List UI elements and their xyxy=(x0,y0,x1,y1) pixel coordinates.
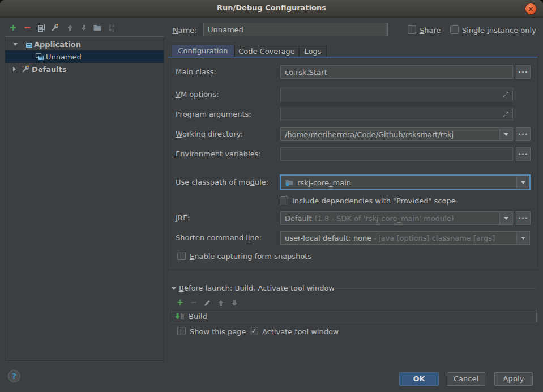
before-launch-add-button[interactable]: + xyxy=(176,299,185,308)
before-launch-move-down-button[interactable] xyxy=(230,299,239,308)
working-directory-combobox[interactable]: /home/meriherrera/Code/Github/rsksmart/r… xyxy=(280,127,513,141)
tree-item-unnamed[interactable]: Unnamed xyxy=(5,50,164,63)
tab-label: Logs xyxy=(305,47,322,56)
label-part: uments: xyxy=(221,110,251,118)
label-part: Include dependencies with "Provided" sco… xyxy=(292,197,456,205)
tab-configuration[interactable]: Configuration xyxy=(172,45,234,57)
move-up-button[interactable] xyxy=(66,23,75,32)
label-part: M options: xyxy=(181,90,219,99)
jre-dropdown-button[interactable] xyxy=(499,212,512,224)
help-button[interactable]: ? xyxy=(8,370,20,382)
create-folder-button[interactable] xyxy=(93,23,102,32)
tab-logs[interactable]: Logs xyxy=(299,46,327,57)
jre-browse-button[interactable]: ... xyxy=(516,211,531,225)
label-part: pply xyxy=(508,374,524,383)
label-part: Activate tool window xyxy=(262,327,339,336)
shorten-value: user-local default: none xyxy=(285,234,371,242)
tree-item-application[interactable]: Application xyxy=(5,38,164,50)
bits-row: 01 xyxy=(181,317,184,319)
environment-variables-input[interactable] xyxy=(280,147,513,161)
program-arguments-label: Program arguments: xyxy=(176,110,251,118)
classpath-module-combobox[interactable]: rskj-core_main xyxy=(280,175,530,190)
apply-button[interactable]: Apply xyxy=(494,372,533,386)
titlebar[interactable]: Run/Debug Configurations × xyxy=(0,0,543,18)
wrench-icon xyxy=(21,65,30,74)
share-checkbox[interactable] xyxy=(408,25,416,34)
expand-field-icon[interactable] xyxy=(502,110,510,118)
label-part: Build, Activate tool window xyxy=(232,284,335,292)
shorten-dropdown-button[interactable] xyxy=(516,232,529,244)
ok-button[interactable]: OK xyxy=(399,372,439,386)
remove-icon: − xyxy=(23,22,31,33)
collapse-arrow-icon[interactable] xyxy=(13,67,16,71)
include-provided-label[interactable]: Include dependencies with "Provided" sco… xyxy=(292,197,456,205)
main-class-input[interactable]: co.rsk.Start xyxy=(280,65,513,79)
activate-tool-window-label[interactable]: Activate tool window xyxy=(262,327,339,336)
tab-label: Configuration xyxy=(178,46,228,55)
before-launch-collapse-icon[interactable] xyxy=(172,287,176,290)
jre-value-detail: (1.8 - SDK of 'rskj-core_main' module) xyxy=(315,214,454,223)
before-launch-item-build[interactable]: 011001 Build xyxy=(172,310,537,322)
close-icon: × xyxy=(528,5,534,13)
working-directory-value: /home/meriherrera/Code/Github/rsksmart/r… xyxy=(285,130,454,139)
before-launch-edit-button[interactable] xyxy=(203,299,212,308)
before-launch-remove-button[interactable]: − xyxy=(189,299,198,308)
edit-defaults-button[interactable] xyxy=(50,23,59,32)
add-icon: + xyxy=(9,22,16,33)
label-part: nvironment variables: xyxy=(180,150,261,158)
sort-configurations-button[interactable]: a z xyxy=(106,23,116,32)
expand-arrow-icon[interactable] xyxy=(13,43,18,46)
environment-variables-browse-button[interactable]: ... xyxy=(516,147,531,161)
label-part: ule: xyxy=(255,178,268,186)
remove-configuration-button[interactable]: − xyxy=(23,23,32,32)
cancel-button[interactable]: Cancel xyxy=(447,372,485,386)
share-label[interactable]: Share xyxy=(420,26,441,35)
shorten-command-line-combobox[interactable]: user-local default: none - java [options… xyxy=(280,231,530,245)
main-class-browse-button[interactable]: ... xyxy=(516,65,531,79)
copy-icon xyxy=(37,23,46,32)
build-item-label: Build xyxy=(189,312,207,321)
label-part: W xyxy=(176,130,182,138)
single-instance-label[interactable]: Single instance only xyxy=(462,26,536,35)
jre-label: JRE: xyxy=(176,214,190,222)
sort-az-icon: a z xyxy=(106,23,116,32)
show-this-page-label[interactable]: Show this page xyxy=(190,327,246,336)
label-part: A xyxy=(503,374,508,383)
capture-snapshots-checkbox[interactable] xyxy=(177,252,186,260)
tab-code-coverage[interactable]: Code Coverage xyxy=(234,46,299,57)
tree-item-label: Unnamed xyxy=(46,53,82,61)
activate-tool-window-checkbox[interactable]: ✓ xyxy=(250,327,258,335)
add-configuration-button[interactable]: + xyxy=(8,23,18,32)
single-instance-checkbox[interactable] xyxy=(450,25,459,34)
show-this-page-checkbox[interactable] xyxy=(177,327,186,335)
capture-snapshots-label[interactable]: Enable capturing form snapshots xyxy=(190,252,311,261)
main-class-value: co.rsk.Start xyxy=(285,68,327,76)
name-value: Unnamed xyxy=(208,25,243,34)
program-arguments-input[interactable] xyxy=(280,108,513,121)
classpath-module-label: Use classpath of module: xyxy=(176,178,268,186)
label-part: Shorten command l xyxy=(176,233,248,242)
copy-configuration-button[interactable] xyxy=(37,23,46,32)
before-launch-move-up-button[interactable] xyxy=(216,299,225,308)
vm-options-input[interactable] xyxy=(280,88,513,101)
button-label: OK xyxy=(413,374,425,383)
jre-combobox[interactable]: Default (1.8 - SDK of 'rskj-core_main' m… xyxy=(280,211,513,225)
label-part: Single xyxy=(462,26,487,35)
working-directory-browse-button[interactable]: ... xyxy=(516,127,531,141)
expand-field-icon[interactable] xyxy=(502,91,510,99)
help-icon: ? xyxy=(12,372,16,381)
tree-item-defaults[interactable]: Defaults xyxy=(5,63,164,75)
name-input[interactable]: Unnamed xyxy=(203,23,388,36)
working-directory-dropdown-button[interactable] xyxy=(499,129,512,140)
vm-options-label: VM options: xyxy=(176,90,219,99)
classpath-module-value: rskj-core_main xyxy=(297,178,351,187)
close-button[interactable]: × xyxy=(525,3,537,15)
move-down-button[interactable] xyxy=(79,23,88,32)
classpath-module-dropdown-button[interactable] xyxy=(516,176,529,189)
include-provided-checkbox[interactable] xyxy=(280,196,288,204)
configurations-tree: Application Unnamed Defaults xyxy=(5,36,164,361)
label-part: efore launch: xyxy=(184,284,233,292)
before-launch-title[interactable]: Before launch: Build, Activate tool wind… xyxy=(179,284,335,292)
window-title: Run/Debug Configurations xyxy=(0,3,543,12)
chevron-down-icon xyxy=(521,181,525,184)
